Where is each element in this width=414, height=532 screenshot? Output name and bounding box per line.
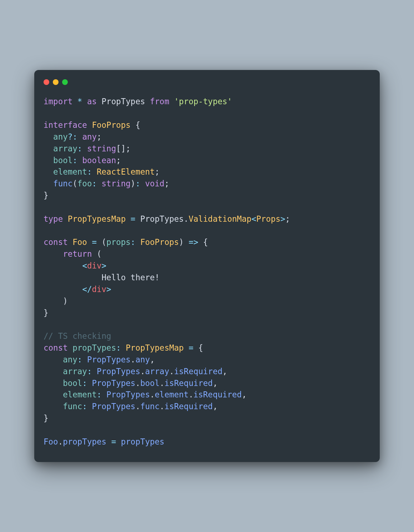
jsx-close-bracket: > <box>106 285 111 294</box>
dot-token: . <box>160 402 165 411</box>
member: any <box>135 355 150 364</box>
key: bool <box>63 378 82 388</box>
member: isRequired <box>165 378 213 388</box>
key: func <box>63 402 82 411</box>
rparen: ) <box>131 179 136 188</box>
key: any <box>63 355 77 364</box>
namespace: PropTypes <box>97 367 140 376</box>
lparen: ( <box>102 237 107 247</box>
lparen: ( <box>72 179 77 188</box>
dot-token: . <box>58 437 63 446</box>
keyword-interface: interface <box>44 120 87 130</box>
const-name: Foo <box>72 237 87 247</box>
comma: , <box>222 367 227 376</box>
colon-token: : <box>77 355 82 364</box>
jsx-open-bracket: < <box>82 285 87 294</box>
string-literal: 'prop-types' <box>174 97 232 106</box>
colon-token: : <box>87 167 92 176</box>
semicolon: ; <box>116 156 121 165</box>
semicolon: ; <box>285 214 290 224</box>
keyword-type: type <box>44 214 63 224</box>
param-name: foo <box>77 179 92 188</box>
const-name: propTypes <box>72 343 116 352</box>
colon-token: : <box>97 390 102 399</box>
comma: , <box>213 402 218 411</box>
prop: propTypes <box>63 437 106 446</box>
jsx-tag-div: div <box>92 285 106 294</box>
dot-token: . <box>169 367 174 376</box>
namespace: PropTypes <box>106 390 150 399</box>
equals-token: = <box>92 237 97 247</box>
semicolon: ; <box>126 144 131 153</box>
colon-token: : <box>72 132 77 141</box>
arrow-token: => <box>188 237 198 247</box>
brace: } <box>44 191 49 200</box>
member: element <box>155 390 189 399</box>
colon-token: : <box>116 343 121 352</box>
member: isRequired <box>193 390 242 399</box>
dot-token: . <box>131 355 136 364</box>
prop-name: array <box>53 144 77 153</box>
keyword-const: const <box>44 343 68 352</box>
type-name: FooProps <box>92 120 130 130</box>
jsx-tag-div: div <box>87 261 102 270</box>
close-icon[interactable] <box>44 79 49 85</box>
dot-token: . <box>135 378 140 388</box>
jsx-open-bracket: < <box>82 261 87 270</box>
key: element <box>63 390 97 399</box>
keyword-import: import <box>44 97 72 106</box>
maximize-icon[interactable] <box>62 79 68 85</box>
keyword-const: const <box>44 237 68 247</box>
jsx-close-bracket: > <box>102 261 107 270</box>
dot-token: . <box>150 390 155 399</box>
brace: } <box>44 413 49 423</box>
member: array <box>145 367 169 376</box>
equals-token: = <box>131 214 136 224</box>
import-name: PropTypes <box>102 97 145 106</box>
dot-token: . <box>188 390 193 399</box>
type-name: PropTypesMap <box>68 214 126 224</box>
member: bool <box>140 378 160 388</box>
semicolon: ; <box>97 132 102 141</box>
key: array <box>63 367 87 376</box>
brace: { <box>198 343 203 352</box>
question-token: ? <box>68 132 73 141</box>
lt-token: < <box>252 214 257 224</box>
comment: // TS checking <box>44 331 111 341</box>
colon-token: : <box>92 179 97 188</box>
brace: } <box>44 308 49 317</box>
prop-name: bool <box>53 156 72 165</box>
method-name: func <box>53 179 72 188</box>
param-name: props <box>106 237 131 247</box>
prop-name: any <box>53 132 68 141</box>
colon-token: : <box>131 237 136 247</box>
keyword-as: as <box>87 97 97 106</box>
type-any: any <box>82 132 97 141</box>
colon-token: : <box>135 179 140 188</box>
type-name: FooProps <box>140 237 179 247</box>
member: isRequired <box>165 402 213 411</box>
brace: { <box>203 237 208 247</box>
semicolon: ; <box>165 179 170 188</box>
jsx-slash: / <box>87 285 92 294</box>
keyword-from: from <box>150 97 169 106</box>
rparen: ) <box>179 237 184 247</box>
semicolon: ; <box>155 167 160 176</box>
type-boolean: boolean <box>82 156 116 165</box>
colon-token: : <box>72 156 77 165</box>
type-void: void <box>145 179 164 188</box>
lparen: ( <box>97 249 102 259</box>
colon-token: : <box>87 367 92 376</box>
member: func <box>140 402 160 411</box>
minimize-icon[interactable] <box>53 79 59 85</box>
dot-token: . <box>135 402 140 411</box>
colon-token: : <box>77 144 82 153</box>
colon-token: : <box>82 378 87 388</box>
type-reactelement: ReactElement <box>97 167 155 176</box>
namespace: PropTypes <box>140 214 184 224</box>
type-string: string <box>102 179 131 188</box>
code-window: import * as PropTypes from 'prop-types' … <box>34 70 380 462</box>
equals-token: = <box>188 343 193 352</box>
star-token: * <box>77 97 82 106</box>
code-block: import * as PropTypes from 'prop-types' … <box>34 93 380 447</box>
